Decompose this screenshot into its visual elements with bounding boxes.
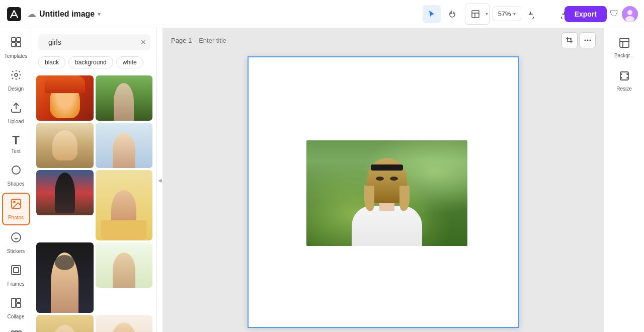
right-panel-background[interactable]: Backgr... [607, 32, 641, 63]
apps-icon [10, 329, 22, 332]
app-logo[interactable] [6, 6, 22, 22]
layout-tool-button[interactable] [466, 5, 485, 23]
search-input[interactable] [48, 38, 136, 46]
svg-rect-7 [12, 38, 16, 42]
title-area: ☁ Untitled image ▾ [27, 9, 101, 20]
filter-tags: black background white [32, 56, 156, 73]
svg-point-6 [625, 16, 634, 22]
sidebar-label-text: Text [11, 148, 20, 154]
design-canvas[interactable] [248, 56, 519, 328]
canvas-toolbar: Page 1 - [163, 28, 604, 52]
resize-panel-label: Resize [616, 86, 632, 92]
sidebar-label-shapes: Shapes [8, 181, 25, 187]
sidebar-label-stickers: Stickers [7, 248, 25, 254]
sidebar-item-stickers[interactable]: Stickers [2, 227, 30, 258]
photo-item[interactable] [96, 315, 153, 332]
photo-item[interactable] [36, 75, 94, 121]
svg-point-16 [12, 233, 21, 242]
filter-tag-white[interactable]: white [116, 56, 143, 68]
svg-point-33 [585, 40, 586, 41]
resize-panel-icon [619, 70, 630, 84]
svg-rect-36 [620, 38, 629, 47]
svg-rect-21 [17, 303, 21, 307]
layout-tool-group: ▾ [465, 4, 490, 25]
avatar-image [622, 6, 638, 22]
design-icon [10, 69, 22, 84]
page-title-input[interactable] [199, 37, 283, 44]
sidebar-label-frames: Frames [8, 281, 25, 287]
photo-item[interactable] [36, 242, 94, 313]
panel-collapse-handle[interactable]: ◀ [157, 28, 163, 332]
svg-rect-37 [620, 72, 628, 80]
svg-rect-18 [14, 268, 19, 273]
photo-item[interactable] [96, 123, 153, 168]
export-button[interactable]: Export [565, 6, 607, 22]
background-panel-label: Backgr... [614, 53, 634, 58]
canvas-crop-button[interactable] [561, 32, 578, 48]
frames-icon [10, 264, 22, 279]
search-clear-button[interactable]: ✕ [140, 38, 146, 46]
main-layout: Templates Design Upload T Text Shapes [0, 28, 644, 332]
canvas-more-button[interactable] [580, 32, 596, 48]
select-tool-button[interactable] [423, 5, 441, 23]
photo-item[interactable] [36, 315, 94, 332]
topbar: ☁ Untitled image ▾ ▾ 57% ▾ Exp [0, 0, 644, 28]
svg-rect-19 [12, 298, 16, 307]
photos-grid [32, 73, 156, 332]
background-panel-icon [619, 37, 630, 51]
sidebar-icons: Templates Design Upload T Text Shapes [0, 28, 32, 332]
photos-icon [10, 198, 22, 213]
photo-item[interactable] [96, 75, 153, 121]
sidebar-item-text[interactable]: T Text [2, 130, 30, 158]
svg-rect-1 [472, 11, 479, 18]
photo-item[interactable] [96, 170, 153, 240]
svg-point-5 [627, 10, 632, 15]
svg-point-15 [14, 201, 15, 203]
sidebar-item-photos[interactable]: Photos [2, 193, 30, 225]
filter-tag-black[interactable]: black [38, 56, 65, 68]
undo-button[interactable] [524, 5, 542, 23]
sidebar-label-collage: Collage [8, 314, 25, 319]
collapse-icon: ◀ [158, 178, 162, 183]
filter-tag-background[interactable]: background [68, 56, 113, 68]
sidebar-label-design: Design [8, 86, 24, 92]
page-title-wrap: Page 1 - [171, 37, 283, 44]
sidebar-label-photos: Photos [8, 215, 24, 220]
sidebar-item-upload[interactable]: Upload [2, 98, 30, 128]
sidebar-item-templates[interactable]: Templates [2, 32, 30, 63]
search-input-wrap: ✕ [38, 34, 150, 50]
layout-chevron-icon[interactable]: ▾ [486, 11, 488, 17]
sidebar-item-shapes[interactable]: Shapes [2, 160, 30, 191]
canvas-photo-element[interactable] [306, 140, 467, 246]
svg-rect-20 [17, 298, 21, 302]
cloud-icon: ☁ [27, 9, 36, 20]
text-icon: T [12, 134, 20, 146]
sidebar-item-collage[interactable]: Collage [2, 293, 30, 323]
templates-icon [10, 36, 22, 51]
sidebar-item-apps[interactable]: 88 Apps [2, 325, 30, 332]
user-avatar[interactable] [622, 6, 638, 22]
collage-icon [10, 297, 22, 312]
svg-point-13 [12, 166, 20, 174]
svg-rect-10 [17, 43, 21, 47]
document-title[interactable]: Untitled image [39, 10, 95, 19]
zoom-button[interactable]: 57% ▾ [493, 7, 521, 21]
right-sidebar: Backgr... Resize [604, 28, 644, 332]
hand-tool-button[interactable] [444, 5, 462, 23]
photo-item[interactable] [36, 170, 94, 215]
svg-rect-9 [12, 43, 16, 47]
redo-button[interactable] [543, 5, 561, 23]
sidebar-item-frames[interactable]: Frames [2, 260, 30, 291]
shield-icon[interactable]: 🛡 [610, 9, 619, 19]
title-chevron-icon[interactable]: ▾ [98, 11, 101, 18]
sidebar-item-design[interactable]: Design [2, 65, 30, 96]
photo-item[interactable] [96, 242, 153, 288]
left-panel: ✕ black background white [32, 28, 157, 332]
search-bar: ✕ [32, 28, 156, 56]
photo-item[interactable] [36, 123, 94, 168]
zoom-level: 57% [498, 10, 511, 18]
svg-rect-0 [7, 7, 21, 21]
right-panel-resize[interactable]: Resize [607, 65, 641, 97]
sidebar-label-templates: Templates [5, 53, 28, 59]
canvas-wrapper[interactable] [163, 52, 604, 332]
